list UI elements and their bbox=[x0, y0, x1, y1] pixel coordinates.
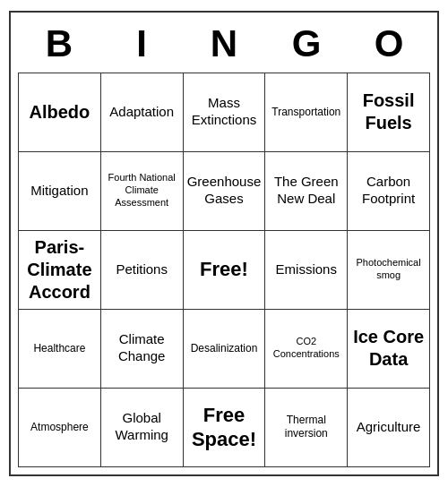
cell-text-1: Adaptation bbox=[109, 104, 174, 121]
bingo-header: BINGO bbox=[18, 20, 430, 68]
cell-text-24: Agriculture bbox=[357, 419, 421, 436]
cell-text-7: Greenhouse Gases bbox=[187, 174, 262, 208]
header-letter-g: G bbox=[265, 20, 348, 68]
cell-text-20: Atmosphere bbox=[30, 421, 89, 434]
bingo-cell-14: Photochemical smog bbox=[348, 231, 430, 310]
cell-text-0: Albedo bbox=[30, 101, 90, 124]
header-letter-i: I bbox=[100, 20, 183, 68]
bingo-cell-21: Global Warming bbox=[101, 389, 184, 467]
cell-text-5: Mitigation bbox=[30, 183, 88, 200]
cell-text-17: Desalinization bbox=[191, 342, 258, 355]
bingo-cell-20: Atmosphere bbox=[19, 389, 101, 467]
cell-text-18: CO2 Concentrations bbox=[269, 336, 343, 361]
bingo-cell-0: Albedo bbox=[19, 73, 101, 152]
bingo-cell-15: Healthcare bbox=[19, 310, 101, 389]
cell-text-8: The Green New Deal bbox=[269, 174, 343, 208]
cell-text-13: Emissions bbox=[276, 261, 337, 278]
bingo-cell-4: Fossil Fuels bbox=[348, 73, 430, 152]
cell-text-9: Carbon Footprint bbox=[351, 174, 426, 208]
cell-text-2: Mass Extinctions bbox=[187, 95, 262, 129]
header-letter-b: B bbox=[18, 20, 100, 68]
bingo-grid: AlbedoAdaptationMass ExtinctionsTranspor… bbox=[18, 73, 430, 467]
cell-text-6: Fourth National Climate Assessment bbox=[105, 172, 179, 209]
header-letter-o: O bbox=[348, 20, 430, 68]
bingo-cell-16: Climate Change bbox=[101, 310, 184, 389]
cell-text-22: Free Space! bbox=[187, 403, 262, 452]
bingo-cell-6: Fourth National Climate Assessment bbox=[101, 152, 184, 231]
header-letter-n: N bbox=[183, 20, 265, 68]
bingo-cell-3: Transportation bbox=[265, 73, 348, 152]
cell-text-11: Petitions bbox=[116, 261, 168, 278]
bingo-cell-12: Free! bbox=[184, 231, 266, 310]
cell-text-15: Healthcare bbox=[33, 342, 85, 355]
cell-text-16: Climate Change bbox=[105, 331, 179, 365]
bingo-card: BINGO AlbedoAdaptationMass ExtinctionsTr… bbox=[9, 11, 439, 475]
bingo-cell-23: Thermal inversion bbox=[265, 389, 348, 467]
bingo-cell-18: CO2 Concentrations bbox=[265, 310, 348, 389]
cell-text-19: Ice Core Data bbox=[351, 326, 426, 371]
cell-text-14: Photochemical smog bbox=[351, 257, 426, 282]
cell-text-23: Thermal inversion bbox=[269, 414, 343, 440]
bingo-cell-1: Adaptation bbox=[101, 73, 184, 152]
bingo-cell-10: Paris-Climate Accord bbox=[19, 231, 101, 310]
bingo-cell-5: Mitigation bbox=[19, 152, 101, 231]
bingo-cell-8: The Green New Deal bbox=[265, 152, 348, 231]
bingo-cell-24: Agriculture bbox=[348, 389, 430, 467]
cell-text-3: Transportation bbox=[271, 106, 340, 119]
bingo-cell-2: Mass Extinctions bbox=[184, 73, 266, 152]
bingo-cell-9: Carbon Footprint bbox=[348, 152, 430, 231]
bingo-cell-19: Ice Core Data bbox=[348, 310, 430, 389]
cell-text-21: Global Warming bbox=[105, 410, 179, 444]
cell-text-4: Fossil Fuels bbox=[351, 90, 426, 134]
cell-text-12: Free! bbox=[200, 257, 248, 282]
bingo-cell-7: Greenhouse Gases bbox=[184, 152, 266, 231]
cell-text-10: Paris-Climate Accord bbox=[22, 236, 97, 303]
bingo-cell-22: Free Space! bbox=[184, 389, 266, 467]
bingo-cell-17: Desalinization bbox=[184, 310, 266, 389]
bingo-cell-13: Emissions bbox=[265, 231, 348, 310]
bingo-cell-11: Petitions bbox=[101, 231, 184, 310]
